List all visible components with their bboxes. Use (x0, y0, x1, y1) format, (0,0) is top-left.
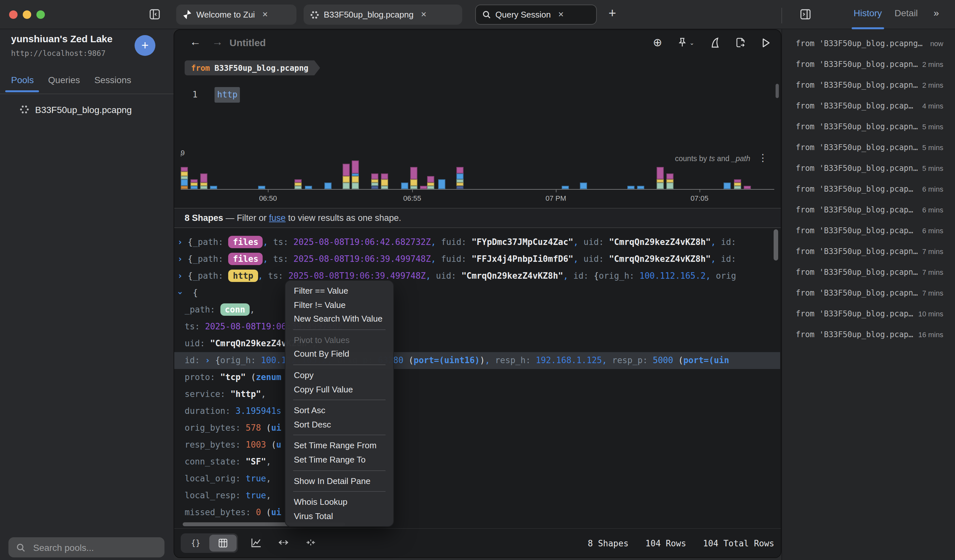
history-entry[interactable]: from 'B33F50up_blog.pcapn…7 mins (782, 241, 955, 262)
tab-welcome[interactable]: Welcome to Zui ✕ (176, 5, 296, 25)
history-query: from 'B33F50up_blog.pcapn… (796, 143, 918, 152)
table-view-button[interactable] (209, 535, 236, 552)
history-entry[interactable]: from 'B33F50up_blog.pcapn…5 mins (782, 137, 955, 158)
bar-segment-yellow (381, 179, 388, 186)
close-icon[interactable]: ✕ (262, 10, 268, 19)
result-row[interactable]: uid: "CmrqQn29kezZ4vKZ8h", (174, 335, 780, 352)
history-entry[interactable]: from 'B33F50up_blog.pcap…6 mins (782, 179, 955, 200)
chart-view-icon[interactable] (251, 538, 261, 548)
add-circle-icon[interactable]: ⊕ (653, 36, 662, 49)
history-entry[interactable]: from 'B33F50up_blog.pcap…6 mins (782, 220, 955, 241)
zoom-window-button[interactable] (36, 10, 45, 19)
menu-item-show-in-detail-pane[interactable]: Show In Detail Pane (285, 474, 393, 488)
menu-item-whois-lookup[interactable]: Whois Lookup (285, 495, 393, 509)
menu-item-virus-total[interactable]: Virus Total (285, 509, 393, 523)
menu-item-filter-value[interactable]: Filter == Value (285, 284, 393, 298)
expand-columns-icon[interactable] (278, 538, 289, 548)
search-icon (16, 543, 25, 552)
sidebar-tab-queries[interactable]: Queries (48, 75, 80, 85)
result-row[interactable]: ts: 2025-08-08T19:06:39.499748Z (174, 318, 780, 335)
fuse-link[interactable]: fuse (269, 213, 286, 223)
result-row[interactable]: › {_path: files, ts: 2025-08-08T19:06:42… (174, 234, 780, 251)
close-icon[interactable]: ✕ (421, 10, 426, 19)
export-results-icon[interactable] (735, 37, 746, 48)
history-entry[interactable]: from 'B33F50up_blog.pcapn…7 mins (782, 282, 955, 303)
result-row[interactable]: missed_bytes: 0 (ui (174, 504, 780, 521)
editor-scrollbar[interactable] (776, 84, 779, 98)
chart-plot[interactable]: 06:5006:5507 PM07:05 (181, 153, 774, 190)
result-row[interactable]: conn_state: "SF", (174, 454, 780, 470)
tab-label: Welcome to Zui (196, 10, 255, 19)
expand-panel-icon[interactable]: » (933, 7, 939, 18)
back-button[interactable]: ← (190, 36, 201, 49)
close-window-button[interactable] (9, 10, 17, 19)
sidebar-toggle-icon[interactable] (149, 8, 161, 20)
history-entry[interactable]: from 'B33F50up_blog.pcap…10 mins (782, 303, 955, 324)
tab-detail[interactable]: Detail (894, 8, 918, 18)
sidebar-item-pool[interactable]: B33F50up_blog.pcapng (0, 101, 174, 118)
history-entry[interactable]: from 'B33F50up_blog.pcap…16 mins (782, 324, 955, 345)
result-row[interactable]: › { (174, 285, 780, 301)
result-row[interactable]: resp_bytes: 1003 (u (174, 437, 780, 454)
result-row[interactable]: orig_bytes: 578 (ui (174, 420, 780, 437)
collapse-columns-icon[interactable] (305, 538, 316, 548)
from-pool-pill[interactable]: from B33F50up_blog.pcapng (185, 61, 320, 75)
sidebar-tab-pools[interactable]: Pools (11, 75, 34, 85)
history-entry[interactable]: from 'B33F50up_blog.pcap…4 mins (782, 95, 955, 116)
result-row[interactable]: local_resp: true, (174, 487, 780, 504)
menu-item-copy[interactable]: Copy (285, 368, 393, 382)
zui-app-window: Welcome to Zui ✕ B33F50up_blog.pcapng ✕ … (0, 0, 955, 560)
menu-item-new-search-with-value[interactable]: New Search With Value (285, 312, 393, 326)
right-panel-toggle-icon[interactable] (800, 8, 811, 20)
result-row[interactable]: _path: conn, (174, 301, 780, 318)
history-entry[interactable]: from 'B33F50up_blog.pcapn…5 mins (782, 116, 955, 137)
result-row[interactable]: › {_path: http, ts: 2025-08-08T19:06:39.… (174, 268, 780, 285)
result-row[interactable]: service: "http", (174, 386, 780, 403)
menu-item-copy-full-value[interactable]: Copy Full Value (285, 382, 393, 396)
tab-history[interactable]: History (853, 8, 882, 18)
menu-item-sort-asc[interactable]: Sort Asc (285, 403, 393, 417)
result-row[interactable]: proto: "tcp" (zenum (174, 369, 780, 386)
forward-button[interactable]: → (212, 36, 223, 49)
bar-segment-magenta (342, 164, 349, 176)
sidebar-tab-sessions[interactable]: Sessions (94, 75, 132, 85)
pool-search-box[interactable] (8, 537, 164, 557)
menu-item-filter-value[interactable]: Filter != Value (285, 298, 393, 312)
result-row[interactable]: id: › {orig_h: 100.112.165.2, orig_p: 63… (174, 352, 780, 369)
result-row[interactable]: › {_path: files, ts: 2025-08-08T19:06:39… (174, 251, 780, 268)
history-entry[interactable]: from 'B33F50up_blog.pcapn…5 mins (782, 158, 955, 179)
bar-segment-teal (381, 186, 388, 189)
result-row[interactable]: duration: 3.195941s (174, 403, 780, 420)
tab-pool[interactable]: B33F50up_blog.pcapng ✕ (304, 5, 462, 25)
history-query: from 'B33F50up_blog.pcapng… (796, 39, 922, 48)
new-tab-button[interactable]: + (609, 6, 616, 21)
json-view-button[interactable]: {} (182, 535, 209, 552)
search-pools-input[interactable] (32, 541, 142, 553)
table-icon (218, 538, 227, 548)
result-row[interactable]: local_orig: true, (174, 470, 780, 487)
fin-shape-icon[interactable] (710, 37, 720, 48)
menu-item-set-time-range-from[interactable]: Set Time Range From (285, 439, 393, 453)
close-icon[interactable]: ✕ (558, 10, 564, 19)
tab-query-session[interactable]: Query Session ✕ (475, 5, 597, 25)
menu-item-count-by-field[interactable]: Count By Field (285, 347, 393, 361)
minimize-window-button[interactable] (23, 10, 31, 19)
history-entry[interactable]: from 'B33F50up_blog.pcap…6 mins (782, 200, 955, 220)
history-query: from 'B33F50up_blog.pcap… (796, 184, 913, 193)
query-text[interactable]: http (214, 87, 240, 103)
history-entry[interactable]: from 'B33F50up_blog.pcapn…2 mins (782, 54, 955, 75)
add-pool-button[interactable]: + (135, 35, 155, 56)
path-badge: conn (221, 303, 250, 316)
bar-segment-yellow (342, 176, 349, 183)
history-time: 7 mins (922, 289, 943, 297)
menu-item-sort-desc[interactable]: Sort Desc (285, 418, 393, 432)
run-query-icon[interactable] (761, 37, 770, 48)
bar-segment-blue (637, 186, 644, 189)
vertical-scrollbar[interactable] (773, 229, 778, 261)
history-entry[interactable]: from 'B33F50up_blog.pcapn…2 mins (782, 75, 955, 95)
history-entry[interactable]: from 'B33F50up_blog.pcapn…7 mins (782, 262, 955, 282)
shapes-text-suffix: to view results as one shape. (286, 213, 401, 223)
pin-icon[interactable]: ⌄ (678, 37, 694, 48)
menu-item-set-time-range-to[interactable]: Set Time Range To (285, 453, 393, 467)
history-entry[interactable]: from 'B33F50up_blog.pcapng…now (782, 33, 955, 54)
